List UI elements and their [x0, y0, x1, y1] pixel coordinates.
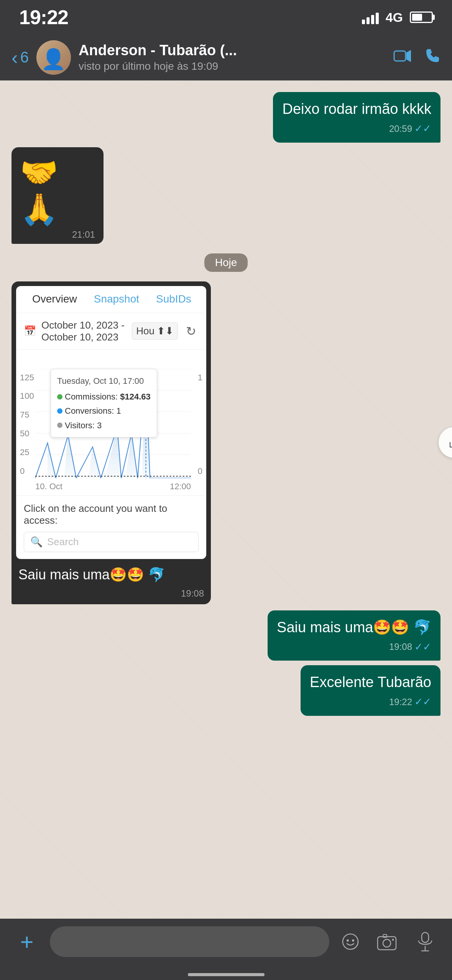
read-receipt-icon: ✓✓ — [414, 640, 431, 654]
tooltip-conversions: Conversions: 1 — [57, 404, 151, 418]
message-time: 19:08 — [12, 585, 211, 604]
chart-x-labels: 10. Oct 12:00 — [35, 482, 191, 492]
read-receipt-icon: ✓✓ — [414, 122, 431, 135]
tooltip-commissions: Commissions: $124.63 — [57, 390, 151, 404]
svg-point-14 — [352, 939, 354, 942]
message-time: 20:59 ✓✓ — [282, 122, 431, 135]
emoji-content: 🤝 🙏 — [20, 154, 95, 228]
message-row: Deixo rodar irmão kkkk 20:59 ✓✓ — [12, 92, 440, 143]
account-label: Click on the account you want to access: — [24, 503, 199, 526]
message-time: 19:08 ✓✓ — [277, 640, 431, 654]
signal-bars-icon — [362, 10, 379, 24]
account-section: Click on the account you want to access:… — [16, 495, 206, 559]
message-row: Excelente Tubarão 19:22 ✓✓ — [12, 665, 440, 716]
svg-point-13 — [347, 939, 349, 942]
input-bar: + — [0, 919, 452, 980]
back-button[interactable]: ‹ 6 — [12, 46, 29, 69]
read-receipt-icon: ✓✓ — [414, 695, 431, 709]
card-inner: Overview Snapshot SubIDs 📅 October 10, 2… — [16, 286, 206, 559]
card-date-row: 📅 October 10, 2023 - October 10, 2023 Ho… — [16, 313, 206, 350]
contact-status: visto por último hoje às 19:09 — [79, 60, 386, 72]
message-row: Overview Snapshot SubIDs 📅 October 10, 2… — [12, 281, 440, 604]
message-time: 21:01 — [20, 229, 95, 240]
chat-header: ‹ 6 Anderson - Tubarão (... visto por úl… — [0, 35, 452, 81]
chart-y-labels-right: 1 0 — [198, 373, 202, 476]
message-row: 🤝 🙏 21:01 — [12, 147, 440, 244]
share-button[interactable] — [439, 427, 452, 458]
interval-label: Hou — [136, 325, 155, 337]
video-call-icon[interactable] — [393, 48, 412, 67]
add-button[interactable]: + — [12, 926, 42, 957]
svg-rect-0 — [394, 51, 406, 61]
refresh-button[interactable]: ↻ — [183, 324, 199, 339]
sticker-icon[interactable] — [337, 928, 364, 955]
message-time: 19:22 ✓✓ — [310, 695, 431, 709]
svg-point-18 — [392, 939, 394, 941]
calendar-icon: 📅 — [24, 325, 36, 337]
sent-bubble: Deixo rodar irmão kkkk 20:59 ✓✓ — [273, 92, 440, 143]
message-text: Saiu mais uma🤩🤩 🐬 — [12, 564, 211, 585]
chevron-down-icon: ⬆⬇ — [157, 325, 174, 337]
tab-snapshot[interactable]: Snapshot — [85, 286, 148, 313]
tab-overview[interactable]: Overview — [24, 286, 85, 313]
battery-icon — [410, 12, 433, 23]
microphone-icon[interactable] — [410, 926, 440, 957]
avatar — [36, 40, 71, 75]
chart-container: 125 100 75 50 25 0 — [16, 350, 206, 495]
chart-y-labels-left: 125 100 75 50 25 0 — [20, 373, 34, 476]
contact-name: Anderson - Tubarão (... — [79, 42, 386, 59]
status-icons: 4G — [362, 10, 433, 25]
status-bar: 19:22 4G — [0, 0, 452, 35]
status-time: 19:22 — [19, 6, 68, 29]
sent-bubble: Excelente Tubarão 19:22 ✓✓ — [301, 665, 440, 716]
search-placeholder: Search — [47, 536, 79, 548]
interval-select[interactable]: Hou ⬆⬇ — [132, 322, 178, 340]
emoji-bubble: 🤝 🙏 21:01 — [12, 147, 104, 244]
date-label: Hoje — [204, 253, 248, 272]
message-text: Saiu mais uma🤩🤩 🐬 — [277, 617, 431, 638]
svg-rect-19 — [422, 932, 429, 942]
message-text: Excelente Tubarão — [310, 672, 431, 692]
card-tabs: Overview Snapshot SubIDs — [16, 286, 206, 313]
svg-point-16 — [383, 939, 391, 947]
avatar-image — [36, 40, 71, 75]
tab-subids[interactable]: SubIDs — [148, 286, 200, 313]
back-chevron-icon: ‹ — [12, 46, 18, 69]
home-indicator — [188, 973, 265, 976]
date-divider: Hoje — [12, 253, 440, 272]
sent-bubble: Saiu mais uma🤩🤩 🐬 19:08 ✓✓ — [268, 610, 440, 661]
chart-tooltip: Tuesday, Oct 10, 17:00 Commissions: $124… — [51, 369, 157, 438]
back-count: 6 — [20, 49, 29, 66]
svg-rect-15 — [378, 937, 396, 950]
chat-area: Deixo rodar irmão kkkk 20:59 ✓✓ 🤝 🙏 21:0… — [0, 81, 452, 924]
text-input[interactable] — [50, 926, 329, 957]
network-label: 4G — [386, 10, 403, 25]
search-box[interactable]: 🔍 Search — [24, 532, 199, 552]
search-icon: 🔍 — [30, 536, 43, 548]
tooltip-visitors: Visitors: 3 — [57, 418, 151, 432]
message-text: Deixo rodar irmão kkkk — [282, 99, 431, 119]
svg-marker-1 — [406, 50, 411, 62]
date-range: October 10, 2023 - October 10, 2023 — [41, 319, 127, 343]
screenshot-card: Overview Snapshot SubIDs 📅 October 10, 2… — [12, 281, 211, 604]
header-actions — [393, 48, 440, 67]
contact-info: Anderson - Tubarão (... visto por último… — [79, 42, 386, 72]
camera-icon[interactable] — [371, 926, 402, 957]
phone-call-icon[interactable] — [425, 48, 440, 67]
message-row: Saiu mais uma🤩🤩 🐬 19:08 ✓✓ — [12, 610, 440, 661]
tooltip-title: Tuesday, Oct 10, 17:00 — [57, 374, 151, 388]
